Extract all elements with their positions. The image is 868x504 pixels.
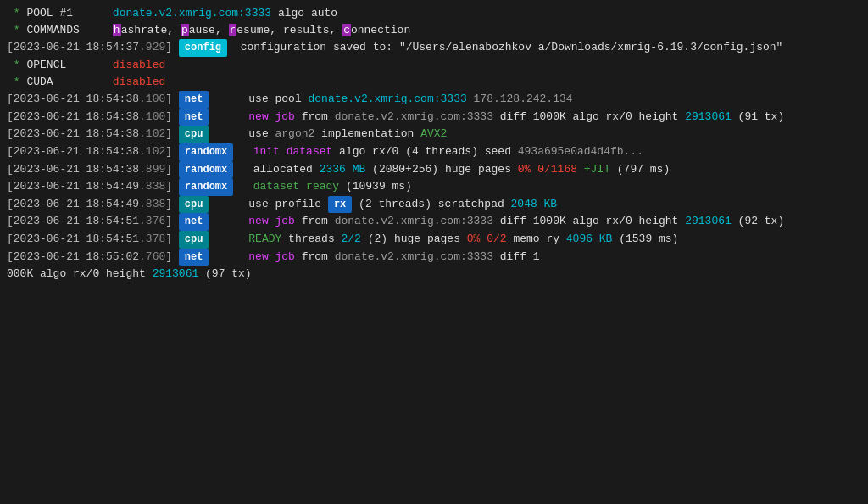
terminal-text: ]	[165, 250, 179, 263]
cpu-use-line: [2023-06-21 18:54:38.102] cpu use argon2…	[7, 126, 861, 143]
terminal-text: 000K algo rx/0 height	[7, 267, 153, 280]
terminal-text: new job	[248, 110, 295, 123]
terminal-text: .899	[139, 163, 165, 176]
terminal-text: [2023-06-21 18:54:51	[7, 232, 139, 245]
pool-line: * POOL #1 donate.v2.xmrig.com:3333 algo …	[7, 5, 861, 22]
terminal-text: (1539 ms)	[612, 232, 678, 245]
terminal-text: +JIT	[584, 163, 610, 176]
terminal-text: ]	[165, 180, 179, 193]
randomx-ready-line: [2023-06-21 18:54:49.838] randomx datase…	[7, 178, 861, 196]
terminal-text: 0%	[518, 163, 531, 176]
randomx-alloc-line: [2023-06-21 18:54:38.899] randomx alloca…	[7, 161, 861, 179]
terminal-text: use profile	[209, 198, 327, 210]
terminal-text: [2023-06-21 18:54:49	[7, 180, 139, 193]
terminal-text: 2336 MB	[320, 163, 366, 176]
badge-net: net	[179, 109, 209, 126]
terminal-text: 0%	[467, 232, 481, 245]
terminal-text: ]	[165, 127, 179, 140]
terminal-text: 2/2	[342, 232, 361, 245]
terminal-text: disabled	[113, 59, 165, 71]
terminal-text: disabled	[113, 76, 165, 88]
cpu-ready-line: [2023-06-21 18:54:51.378] cpu READY thre…	[7, 231, 861, 249]
terminal-text: .929	[139, 41, 165, 53]
terminal-text: init dataset	[253, 145, 333, 158]
badge-net: net	[179, 91, 209, 109]
terminal-text: [2023-06-21 18:54:38	[7, 110, 139, 123]
command-highlight: c	[342, 24, 351, 36]
terminal-text	[233, 145, 253, 158]
badge-net: net	[179, 249, 209, 266]
terminal-text: from	[295, 215, 335, 227]
terminal-text: .838	[139, 180, 165, 193]
terminal-text: (92 tx)	[732, 215, 784, 227]
terminal-text	[209, 215, 248, 227]
terminal-text: (10939 ms)	[339, 180, 412, 193]
terminal-text: [2023-06-21 18:54:49	[7, 198, 139, 210]
terminal-text: [2023-06-21 18:54:38	[7, 92, 139, 105]
terminal-text	[577, 163, 584, 176]
terminal-text: (97 tx)	[198, 267, 251, 280]
terminal-text: [2023-06-21 18:54:51	[7, 215, 139, 227]
terminal-text: new job	[248, 250, 295, 263]
terminal-text: OPENCL	[26, 59, 112, 71]
commands-line: * COMMANDS hashrate, pause, resume, resu…	[7, 22, 861, 39]
badge-cpu: cpu	[179, 126, 209, 143]
terminal-text: diff 1	[493, 250, 540, 263]
terminal-text: (2080+256) huge pages	[365, 163, 517, 176]
terminal-text: 2048 KB	[511, 198, 558, 210]
terminal-text: donate.v2.xmrig.com:3333	[335, 250, 493, 263]
terminal-text: donate.v2.xmrig.com:3333	[335, 215, 493, 227]
terminal-text: donate.v2.xmrig.com:3333	[113, 7, 271, 20]
terminal-text	[209, 250, 248, 263]
terminal-text: .838	[139, 198, 165, 210]
command-highlight: h	[113, 24, 121, 36]
terminal-text: algo rx/0 (4 threads) seed	[332, 145, 517, 158]
terminal-text: CUDA	[26, 76, 112, 88]
terminal-text: (91 tx)	[732, 110, 784, 123]
terminal-text: ults,	[303, 24, 342, 36]
terminal-text: 4096 KB	[566, 232, 613, 245]
terminal-text: .100	[139, 110, 165, 123]
terminal-text: use pool	[209, 92, 308, 105]
terminal-text: donate.v2.xmrig.com:3333	[309, 92, 467, 105]
terminal-text: 178.128.242.134	[467, 92, 573, 105]
terminal-text: auto	[311, 7, 337, 20]
cpu-profile-line: [2023-06-21 18:54:49.838] cpu use profil…	[7, 196, 861, 214]
terminal-text	[480, 232, 487, 245]
terminal-text: AVX2	[420, 127, 447, 140]
terminal-text: .102	[139, 127, 165, 140]
last-partial-line: 000K algo rx/0 height 2913061 (97 tx)	[7, 266, 861, 283]
badge-randomx: randomx	[179, 161, 233, 179]
terminal-text: *	[7, 7, 26, 20]
terminal-text: [2023-06-21 18:54:37	[7, 41, 139, 53]
command-highlight: p	[181, 24, 189, 36]
terminal-text: (2) huge pages	[361, 232, 467, 245]
terminal-text: .376	[139, 215, 165, 227]
terminal-text: [2023-06-21 18:54:38	[7, 145, 139, 158]
terminal-text: ]	[165, 232, 179, 245]
terminal-text: ]	[165, 215, 179, 227]
terminal-text: use	[209, 127, 275, 140]
terminal-text: [2023-06-21 18:54:38	[7, 127, 139, 140]
terminal: * POOL #1 donate.v2.xmrig.com:3333 algo …	[7, 5, 861, 283]
config-line: [2023-06-21 18:54:37.929] config configu…	[7, 39, 861, 57]
terminal-text: from	[295, 250, 335, 263]
terminal-text: ]	[165, 92, 179, 105]
terminal-text: 493a695e0ad4d4fb...	[518, 145, 643, 158]
terminal-text: diff 1000K algo rx/0 height	[493, 215, 685, 227]
terminal-text: dataset ready	[253, 180, 339, 193]
terminal-text: algo	[271, 7, 311, 20]
terminal-text: *	[7, 59, 26, 71]
terminal-text: ause,	[189, 24, 229, 36]
terminal-text: configuration saved to: "/Users/elenaboz…	[227, 41, 782, 53]
terminal-text: new job	[248, 215, 295, 227]
net-pool-line: [2023-06-21 18:54:38.100] net use pool d…	[7, 91, 861, 109]
badge-rx: rx	[328, 196, 352, 214]
badge-cpu: cpu	[179, 196, 209, 214]
terminal-text: COMMANDS	[26, 24, 112, 36]
terminal-text: ]	[165, 110, 179, 123]
terminal-text: .760	[139, 250, 165, 263]
terminal-text: memo ry	[507, 232, 566, 245]
terminal-text: [2023-06-21 18:54:38	[7, 163, 139, 176]
terminal-text: 2913061	[685, 215, 732, 227]
